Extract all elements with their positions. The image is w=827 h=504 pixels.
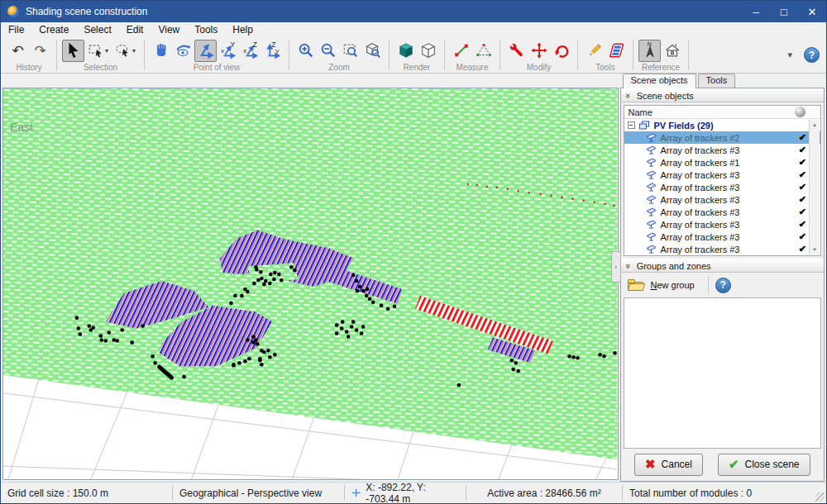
pan-hand-icon[interactable]	[150, 40, 172, 62]
visibility-check-icon[interactable]: ✔	[799, 244, 806, 254]
scroll-up-icon[interactable]: ▲	[812, 120, 817, 130]
tracker-icon	[646, 245, 657, 254]
scene-3d-view[interactable]: East	[3, 88, 618, 479]
orbit-eye-icon[interactable]	[172, 40, 194, 62]
status-view-mode: Geographical - Perspective view	[173, 483, 344, 503]
help-icon[interactable]: ?	[804, 47, 820, 63]
rotate-icon[interactable]	[550, 40, 572, 62]
check-icon: ✔	[729, 457, 739, 472]
tree-item[interactable]: Array of trackers #3✔	[624, 231, 821, 243]
menu-create[interactable]: Create	[31, 22, 76, 37]
app-icon	[7, 6, 19, 17]
house-icon[interactable]	[661, 40, 683, 62]
scene-objects-section-header[interactable]: » Scene objects	[621, 88, 825, 102]
tree-item[interactable]: Array of trackers #2✔	[624, 131, 821, 144]
tree-expander-icon[interactable]: −	[628, 121, 635, 129]
tracker-icon	[646, 207, 657, 216]
visibility-check-icon[interactable]: ✔	[799, 157, 806, 168]
undo-icon[interactable]: ↶	[7, 40, 29, 62]
redo-icon[interactable]: ↷	[29, 40, 51, 62]
zoom-extents-icon[interactable]	[361, 40, 384, 62]
tree-item[interactable]: Array of trackers #3✔	[624, 169, 821, 181]
tree-item[interactable]: Array of trackers #1✔	[624, 156, 821, 169]
close-scene-button[interactable]: ✔ Close scene	[718, 454, 810, 476]
zoom-window-icon[interactable]	[339, 40, 361, 62]
visibility-check-icon[interactable]: ✔	[799, 207, 806, 217]
render-sphere-icon[interactable]	[795, 107, 805, 117]
menu-help[interactable]: Help	[225, 22, 261, 37]
axes-xz-icon[interactable]: xZ	[239, 40, 261, 62]
menu-file[interactable]: File	[1, 22, 31, 37]
toolbar-group-label: Zoom	[328, 63, 350, 72]
measure-line-icon[interactable]	[450, 40, 472, 62]
solid-cube-icon[interactable]	[394, 40, 417, 62]
panel-splitter[interactable]: ›	[619, 74, 620, 482]
toolbar-overflow-caret-icon[interactable]: ▾	[787, 50, 792, 60]
tree-item[interactable]: Array of trackers #3✔	[624, 243, 821, 255]
zoom-in-icon[interactable]	[294, 40, 317, 62]
tree-item[interactable]: Array of trackers #3✔	[624, 206, 821, 218]
tree-item[interactable]: Array of trackers #3✔	[624, 144, 821, 156]
visibility-check-icon[interactable]: ✔	[799, 194, 806, 205]
axes-xy-icon[interactable]: xY	[217, 40, 239, 62]
close-button[interactable]: ✕	[798, 1, 826, 22]
scene-viewport[interactable]: East	[2, 88, 619, 480]
zoom-out-icon[interactable]	[317, 40, 339, 62]
groups-toolbar: New group ?	[621, 273, 825, 297]
visibility-check-icon[interactable]: ✔	[799, 169, 806, 180]
resize-grip[interactable]	[815, 492, 825, 502]
menu-tools[interactable]: Tools	[187, 22, 225, 37]
toolbar-separator	[56, 40, 57, 70]
toolbar-group-selection: ▾ ▾ Selection	[58, 37, 143, 73]
tree-item[interactable]: Array of trackers #3✔	[624, 181, 821, 193]
new-group-button[interactable]: New group	[651, 280, 695, 290]
toolbar-group-zoom: Zoom	[290, 37, 388, 73]
visibility-check-icon[interactable]: ✔	[799, 231, 806, 242]
tree-item[interactable]: Array of trackers #3✔	[624, 218, 821, 231]
pencil-icon[interactable]	[583, 40, 605, 62]
tracker-icon	[646, 133, 657, 142]
menu-view[interactable]: View	[151, 22, 187, 37]
cancel-button[interactable]: ✖ Cancel	[634, 454, 703, 476]
minimize-button[interactable]: –	[742, 1, 770, 22]
toolbar-group-label: Reference	[642, 63, 680, 72]
tree-name-header[interactable]: Name	[624, 106, 821, 119]
tree-item-label: Array of trackers #3	[661, 170, 740, 180]
tracker-icon	[646, 183, 657, 192]
lasso-select-icon[interactable]	[112, 40, 134, 62]
maximize-button[interactable]: □	[770, 1, 798, 22]
visibility-check-icon[interactable]: ✔	[799, 132, 806, 143]
tab-scene-objects[interactable]: Scene objects	[623, 74, 696, 88]
scroll-down-icon[interactable]: ▼	[812, 245, 817, 254]
wrench-icon[interactable]	[505, 40, 528, 62]
move-icon[interactable]	[528, 40, 550, 62]
tracker-icon	[646, 158, 657, 167]
new-group-folder-icon[interactable]	[628, 279, 644, 291]
status-active-area: Active area : 28466.56 m²	[466, 483, 622, 503]
tab-tools[interactable]: Tools	[698, 74, 736, 88]
compass-icon[interactable]: N	[638, 40, 661, 62]
measure-triangle-icon[interactable]	[472, 40, 495, 62]
zones-icon[interactable]	[605, 40, 628, 62]
visibility-check-icon[interactable]: ✔	[799, 145, 806, 155]
visibility-check-icon[interactable]: ✔	[799, 219, 806, 230]
tree-scrollbar[interactable]: ▲ ▼	[809, 120, 820, 254]
groups-help-icon[interactable]: ?	[715, 278, 731, 293]
visibility-check-icon[interactable]: ✔	[799, 182, 806, 193]
tracker-icon	[646, 170, 657, 179]
menu-select[interactable]: Select	[76, 22, 118, 37]
right-panel: Scene objects Tools » Scene objects Name…	[620, 74, 827, 482]
tree-root-pv-fields[interactable]: −PV Fields (29)	[624, 119, 821, 131]
groups-zones-section-header[interactable]: » Groups and zones	[621, 259, 825, 273]
marquee-select-icon[interactable]	[84, 40, 107, 62]
tree-item[interactable]: Array of trackers #3✔	[624, 193, 821, 206]
axes-zy-icon[interactable]: ZY	[261, 40, 284, 62]
groups-list-area[interactable]	[624, 297, 822, 449]
panel-collapse-button[interactable]: ›	[611, 251, 621, 283]
axes-icon[interactable]	[194, 40, 217, 62]
wire-cube-icon[interactable]	[417, 40, 439, 62]
tracker-icon	[646, 145, 657, 155]
pv-fields-icon	[638, 121, 650, 131]
cursor-icon[interactable]	[62, 40, 84, 62]
menu-edit[interactable]: Edit	[119, 22, 151, 37]
